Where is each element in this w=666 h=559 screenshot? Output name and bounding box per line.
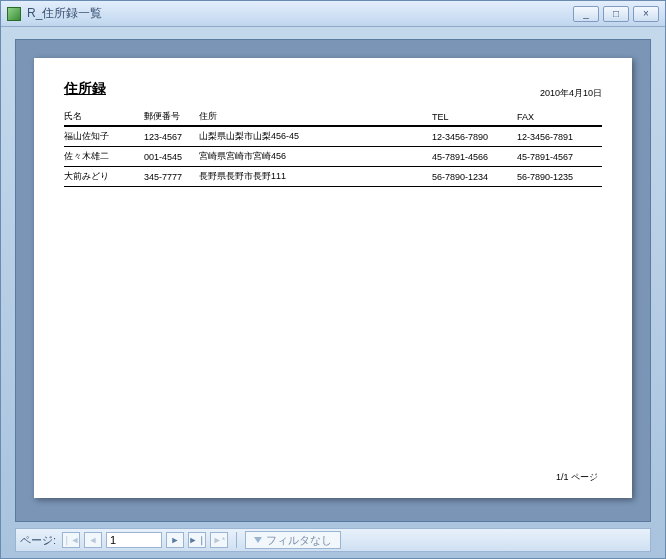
cell-name: 佐々木雄二: [64, 147, 144, 167]
cell-tel: 12-3456-7890: [432, 126, 517, 147]
record-navigator: ページ: ❘◄ ◄ ► ►❘ ►* フィルタなし: [15, 528, 651, 552]
col-postal: 郵便番号: [144, 108, 199, 126]
cell-postal: 001-4545: [144, 147, 199, 167]
cell-address: 長野県長野市長野111: [199, 167, 432, 187]
col-address: 住所: [199, 108, 432, 126]
app-icon: [7, 7, 21, 21]
report-table: 氏名 郵便番号 住所 TEL FAX 福山佐知子 123-4567 山梨県山梨市…: [64, 108, 602, 187]
cell-fax: 45-7891-4567: [517, 147, 602, 167]
cell-address: 山梨県山梨市山梨456-45: [199, 126, 432, 147]
window-buttons: _ □ ×: [573, 6, 659, 22]
nav-page-input[interactable]: [106, 532, 162, 548]
cell-name: 福山佐知子: [64, 126, 144, 147]
cell-tel: 45-7891-4566: [432, 147, 517, 167]
minimize-button[interactable]: _: [573, 6, 599, 22]
client-area: 住所録 2010年4月10日 氏名 郵便番号 住所 TEL FAX: [1, 27, 665, 558]
report-header: 住所録 2010年4月10日: [64, 80, 602, 100]
page-footer: 1/1 ページ: [556, 471, 598, 484]
report-page: 住所録 2010年4月10日 氏名 郵便番号 住所 TEL FAX: [34, 58, 632, 498]
nav-label: ページ:: [20, 533, 56, 548]
filter-button[interactable]: フィルタなし: [245, 531, 341, 549]
nav-next-button[interactable]: ►: [166, 532, 184, 548]
cell-address: 宮崎県宮崎市宮崎456: [199, 147, 432, 167]
col-name: 氏名: [64, 108, 144, 126]
cell-name: 大前みどり: [64, 167, 144, 187]
table-row: 佐々木雄二 001-4545 宮崎県宮崎市宮崎456 45-7891-4566 …: [64, 147, 602, 167]
close-button[interactable]: ×: [633, 6, 659, 22]
cell-fax: 56-7890-1235: [517, 167, 602, 187]
maximize-button[interactable]: □: [603, 6, 629, 22]
table-row: 福山佐知子 123-4567 山梨県山梨市山梨456-45 12-3456-78…: [64, 126, 602, 147]
col-fax: FAX: [517, 108, 602, 126]
nav-last-button[interactable]: ►❘: [188, 532, 206, 548]
nav-first-button[interactable]: ❘◄: [62, 532, 80, 548]
cell-fax: 12-3456-7891: [517, 126, 602, 147]
col-tel: TEL: [432, 108, 517, 126]
nav-prev-button[interactable]: ◄: [84, 532, 102, 548]
filter-label: フィルタなし: [266, 533, 332, 548]
nav-separator: [236, 532, 237, 548]
cell-postal: 123-4567: [144, 126, 199, 147]
nav-new-button[interactable]: ►*: [210, 532, 228, 548]
window-title: R_住所録一覧: [27, 5, 573, 22]
print-preview-area[interactable]: 住所録 2010年4月10日 氏名 郵便番号 住所 TEL FAX: [15, 39, 651, 522]
cell-tel: 56-7890-1234: [432, 167, 517, 187]
table-row: 大前みどり 345-7777 長野県長野市長野111 56-7890-1234 …: [64, 167, 602, 187]
cell-postal: 345-7777: [144, 167, 199, 187]
report-title: 住所録: [64, 80, 106, 100]
titlebar: R_住所録一覧 _ □ ×: [1, 1, 665, 27]
report-date: 2010年4月10日: [540, 87, 602, 100]
app-window: R_住所録一覧 _ □ × 住所録 2010年4月10日 氏名: [0, 0, 666, 559]
table-header-row: 氏名 郵便番号 住所 TEL FAX: [64, 108, 602, 126]
funnel-icon: [254, 537, 262, 543]
